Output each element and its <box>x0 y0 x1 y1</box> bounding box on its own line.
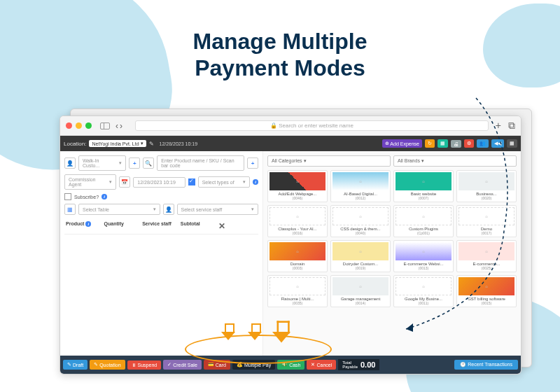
customer-icon[interactable]: 👤 <box>64 158 76 169</box>
info-icon[interactable]: i <box>253 179 258 185</box>
callout-curve <box>392 91 532 336</box>
customer-select[interactable]: Walk-In Custo... ▾ <box>78 155 126 171</box>
col-quantity: Quantity <box>104 221 143 231</box>
sale-form-panel: 👤 Walk-In Custo... ▾ + 🔍 Enter Product n… <box>60 151 263 374</box>
product-card[interactable]: ▫AI-Based Digital...(0012) <box>330 170 391 202</box>
sidebar-toggle-icon[interactable] <box>100 122 110 130</box>
forward-button[interactable]: › <box>120 121 122 131</box>
subscribe-checkbox[interactable] <box>64 193 71 200</box>
edit-icon[interactable]: ✎ <box>149 141 154 147</box>
quotation-button[interactable]: ✎ Quotation <box>90 360 125 370</box>
product-card[interactable]: ▫CSS design & them...(0040) <box>330 205 391 237</box>
staff-icon[interactable]: 👤 <box>163 204 174 215</box>
callout-arrows <box>221 323 288 340</box>
add-product-button[interactable]: + <box>247 158 258 169</box>
commission-agent-select[interactable]: Commission Agent ▾ <box>64 174 116 190</box>
product-code: (0040) <box>332 231 388 235</box>
product-card[interactable]: ▫Add/Edit Webpage...(0046) <box>267 170 328 202</box>
card-button[interactable]: 💳 Card <box>204 360 230 370</box>
action-bar: ✎ Draft ✎ Quotation ⏸ Suspend ✓ Credit S… <box>60 356 521 374</box>
product-card[interactable]: ▫Domain(0003) <box>267 240 328 272</box>
product-code: (0003) <box>270 266 326 270</box>
calendar-icon[interactable]: 📅 <box>119 176 130 188</box>
product-thumb: ▫ <box>270 277 326 295</box>
multiple-pay-button[interactable]: 💰 Multiple Pay <box>232 360 275 370</box>
product-thumb: ▫ <box>332 242 388 260</box>
product-thumb: ▫ <box>332 207 388 225</box>
subscribe-info-icon[interactable]: i <box>102 194 107 200</box>
headline: Manage Multiple Payment Modes <box>0 28 560 82</box>
product-code: (0012) <box>332 196 388 200</box>
arrow-icon <box>272 321 290 342</box>
add-customer-button[interactable]: + <box>129 158 140 169</box>
product-thumb: ▫ <box>270 172 326 190</box>
total-payable: Total Payable 0.00 <box>338 359 379 370</box>
product-thumb: ▫ <box>332 172 388 190</box>
maximize-dot[interactable] <box>85 122 92 129</box>
arrow-icon <box>248 323 262 340</box>
recent-transactions-button[interactable]: 🕐 Recent Transactions <box>454 360 518 370</box>
col-service: Service staff <box>142 221 181 231</box>
col-subtotal: Subtotal <box>181 221 219 231</box>
types-select[interactable]: Select types of ▾ <box>198 176 250 188</box>
suspend-button[interactable]: ⏸ Suspend <box>127 360 162 370</box>
product-card[interactable]: ▫Classplus - Your AI...(0016) <box>267 205 328 237</box>
product-code: (0014) <box>332 301 388 305</box>
product-search-input[interactable]: Enter Product name / SKU / Scan bar code <box>157 155 244 171</box>
subscribe-label: Subscribe? <box>74 195 99 200</box>
back-button[interactable]: ‹ <box>115 121 118 131</box>
product-code: (0019) <box>332 266 388 270</box>
clear-items-button[interactable]: ✕ <box>218 221 257 231</box>
cash-button[interactable]: 💵 Cash <box>277 360 304 370</box>
arrow-icon <box>221 323 235 340</box>
table-select[interactable]: Select Table ▾ <box>78 204 160 215</box>
product-card[interactable]: ▫Garage management(0014) <box>330 275 391 307</box>
product-thumb: ▫ <box>332 277 388 295</box>
toolbar-datetime: 12/28/2023 10:19 <box>160 141 198 146</box>
col-product: Product i <box>66 221 104 231</box>
search-icon[interactable]: 🔍 <box>143 158 154 169</box>
cancel-button[interactable]: ✕ Cancel <box>307 360 336 370</box>
types-checkbox[interactable] <box>188 178 195 186</box>
svg-marker-0 <box>406 323 413 332</box>
product-code: (0046) <box>270 196 326 200</box>
product-card[interactable]: ▫Flatsome | Multi...(0035) <box>267 275 328 307</box>
product-thumb: ▫ <box>270 207 326 225</box>
product-code: (0035) <box>270 301 326 305</box>
location-label: Location: <box>64 141 86 147</box>
product-code: (0016) <box>270 231 326 235</box>
categories-filter[interactable]: All Categories ▾ <box>267 155 391 167</box>
draft-button[interactable]: ✎ Draft <box>63 360 88 370</box>
product-thumb: ▫ <box>270 242 326 260</box>
minimize-dot[interactable] <box>76 122 82 129</box>
product-card[interactable]: ▫Dotryder Custom...(0019) <box>330 240 391 272</box>
date-input[interactable]: 12/28/2023 10:19 <box>133 177 185 188</box>
service-staff-select[interactable]: Select service staff ▾ <box>177 204 259 215</box>
close-dot[interactable] <box>66 122 72 129</box>
items-table-header: Product i Quantity Service staff Subtota… <box>64 218 258 234</box>
table-icon[interactable]: ▦ <box>64 204 76 215</box>
location-select[interactable]: NetYogi India Pvt. Ltd ▾ <box>89 140 146 147</box>
credit-sale-button[interactable]: ✓ Credit Sale <box>163 360 202 370</box>
